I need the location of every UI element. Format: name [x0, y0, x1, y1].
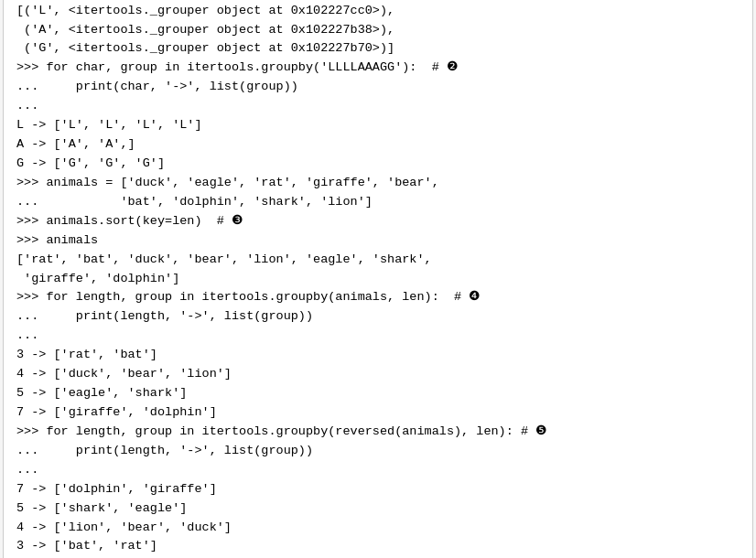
terminal-line: >>> animals	[16, 231, 740, 251]
terminal-line: ... print(length, '->', list(group))	[16, 442, 740, 461]
terminal-line: [('L', <itertools._grouper object at 0x1…	[16, 2, 740, 21]
code-content: >>> list(itertools.groupby('LLLLAAGGG'))…	[16, 0, 740, 558]
terminal-line: 4 -> ['lion', 'bear', 'duck']	[16, 519, 740, 538]
terminal-line: 5 -> ['shark', 'eagle']	[16, 499, 740, 519]
terminal-line: L -> ['L', 'L', 'L', 'L']	[16, 116, 740, 135]
terminal-line: G -> ['G', 'G', 'G']	[16, 155, 740, 174]
terminal-line: ('G', <itertools._grouper object at 0x10…	[16, 39, 740, 59]
terminal-line: 7 -> ['dolphin', 'giraffe']	[16, 480, 740, 499]
terminal-line: >>> animals.sort(key=len) # ❸	[16, 212, 740, 231]
terminal-line: 3 -> ['bat', 'rat']	[16, 537, 740, 556]
terminal-line: A -> ['A', 'A',]	[16, 135, 740, 155]
terminal-window: >>> list(itertools.groupby('LLLLAAGGG'))…	[3, 0, 753, 558]
terminal-line: >>> animals = ['duck', 'eagle', 'rat', '…	[16, 174, 740, 193]
terminal-line: ... print(char, '->', list(group))	[16, 78, 740, 97]
terminal-line: ...	[16, 327, 740, 346]
terminal-line: ...	[16, 97, 740, 116]
terminal-line: ['rat', 'bat', 'duck', 'bear', 'lion', '…	[16, 251, 740, 270]
terminal-line: ... 'bat', 'dolphin', 'shark', 'lion']	[16, 193, 740, 212]
terminal-line: 5 -> ['eagle', 'shark']	[16, 384, 740, 403]
terminal-line: ...	[16, 461, 740, 480]
terminal-line: 4 -> ['duck', 'bear', 'lion']	[16, 365, 740, 384]
terminal-line: >>> for char, group in itertools.groupby…	[16, 59, 740, 78]
terminal-line: 7 -> ['giraffe', 'dolphin']	[16, 403, 740, 423]
terminal-line: 'giraffe', 'dolphin']	[16, 270, 740, 289]
terminal-line: >>> for length, group in itertools.group…	[16, 288, 740, 307]
terminal-line: ... print(length, '->', list(group))	[16, 307, 740, 327]
terminal-line: >>> for length, group in itertools.group…	[16, 423, 740, 442]
terminal-line: ('A', <itertools._grouper object at 0x10…	[16, 21, 740, 40]
terminal-line: 3 -> ['rat', 'bat']	[16, 346, 740, 365]
